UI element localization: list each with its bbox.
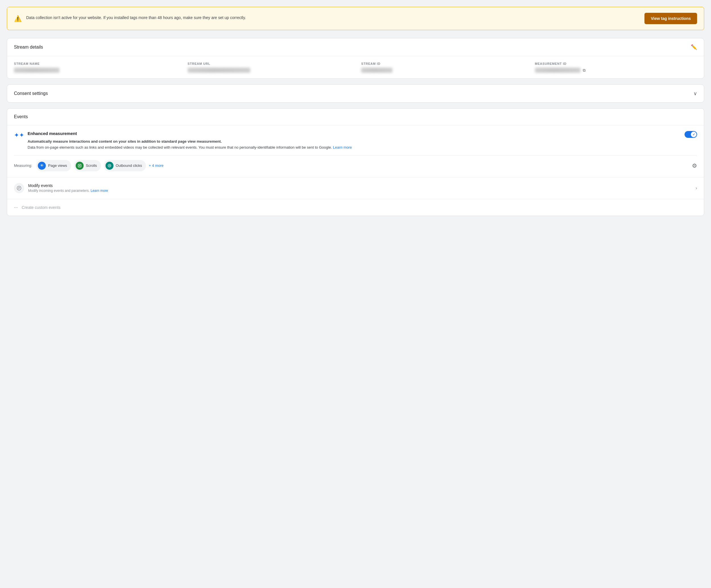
- enhanced-measurement-toggle[interactable]: ✓: [685, 131, 697, 138]
- measurement-id-row: ⧉: [535, 68, 697, 73]
- copy-icon[interactable]: ⧉: [583, 68, 586, 73]
- stream-name-value: [14, 68, 60, 73]
- measuring-row: Measuring: 👁 Page views Scrolls: [14, 160, 697, 172]
- measurement-id-label: MEASUREMENT ID: [535, 62, 697, 65]
- create-custom-text: Create custom events: [22, 205, 60, 210]
- svg-point-1: [79, 165, 80, 166]
- warning-icon: ⚠️: [14, 15, 22, 22]
- create-custom-events-row: ··· Create custom events: [7, 199, 704, 216]
- scrolls-label: Scrolls: [86, 163, 97, 168]
- modify-events-row[interactable]: Modify events Modify incoming events and…: [7, 177, 704, 199]
- edit-icon[interactable]: ✏️: [691, 44, 697, 50]
- sparkle-icon: ✦✦: [14, 132, 24, 139]
- events-title: Events: [14, 114, 28, 119]
- consent-settings-title: Consent settings: [14, 91, 48, 96]
- stream-url-field: STREAM URL: [188, 62, 350, 73]
- em-learn-more-link[interactable]: Learn more: [333, 145, 352, 150]
- gear-icon[interactable]: ⚙: [692, 162, 697, 169]
- enhanced-measurement-title: Enhanced measurement: [27, 131, 676, 136]
- modify-events-info: Modify events Modify incoming events and…: [28, 183, 108, 193]
- page-views-label: Page views: [48, 163, 67, 168]
- warning-banner: ⚠️ Data collection isn't active for your…: [7, 7, 704, 30]
- stream-details-title: Stream details: [14, 45, 43, 50]
- stream-name-field: STREAM NAME: [14, 62, 176, 73]
- warning-left: ⚠️ Data collection isn't active for your…: [14, 15, 638, 22]
- consent-settings-card: Consent settings ∨: [7, 84, 704, 103]
- events-header: Events: [7, 109, 704, 125]
- chevron-down-icon[interactable]: ∨: [693, 90, 697, 97]
- enhanced-measurement-content: Enhanced measurement Automatically measu…: [27, 131, 676, 151]
- chevron-right-icon: ›: [696, 186, 697, 191]
- warning-text: Data collection isn't active for your we…: [26, 15, 246, 21]
- measurement-id-value: [535, 68, 580, 73]
- outbound-clicks-label: Outbound clicks: [116, 163, 142, 168]
- scrolls-icon: [76, 162, 84, 169]
- stream-url-value: [188, 68, 250, 73]
- stream-name-label: STREAM NAME: [14, 62, 176, 65]
- more-events-link[interactable]: + 4 more: [149, 163, 164, 168]
- em-desc-bold: Automatically measure interactions and c…: [27, 139, 222, 143]
- stream-details-header: Stream details ✏️: [7, 38, 704, 56]
- stream-id-label: STREAM ID: [361, 62, 523, 65]
- modify-events-title: Modify events: [28, 183, 108, 188]
- enhanced-measurement-section: ✦✦ Enhanced measurement Automatically me…: [7, 125, 704, 177]
- scrolls-chip: Scrolls: [74, 160, 101, 172]
- modify-events-icon: [14, 183, 24, 193]
- stream-fields: STREAM NAME STREAM URL STREAM ID MEASURE…: [7, 56, 704, 78]
- page-views-icon: 👁: [38, 162, 46, 169]
- outbound-clicks-chip: Outbound clicks: [104, 160, 146, 172]
- stream-id-field: STREAM ID: [361, 62, 523, 73]
- stream-details-card: Stream details ✏️ STREAM NAME STREAM URL…: [7, 38, 704, 79]
- toggle-check-icon: ✓: [692, 133, 695, 136]
- modify-events-left: Modify events Modify incoming events and…: [14, 183, 108, 193]
- stream-url-label: STREAM URL: [188, 62, 350, 65]
- toggle-container[interactable]: ✓: [685, 131, 697, 138]
- enhanced-measurement-top: ✦✦ Enhanced measurement Automatically me…: [14, 131, 697, 151]
- stream-id-value: [361, 68, 392, 73]
- measurement-id-field: MEASUREMENT ID ⧉: [535, 62, 697, 73]
- measuring-label: Measuring:: [14, 163, 32, 168]
- modify-events-learn-more[interactable]: Learn more: [90, 189, 108, 193]
- events-card: Events ✦✦ Enhanced measurement Automatic…: [7, 108, 704, 216]
- modify-events-subtitle: Modify incoming events and parameters. L…: [28, 189, 108, 193]
- enhanced-measurement-description: Automatically measure interactions and c…: [27, 139, 676, 151]
- outbound-clicks-icon: [106, 162, 113, 169]
- toggle-thumb: ✓: [691, 132, 696, 137]
- em-desc-secondary: Data from on-page elements such as links…: [27, 145, 332, 150]
- view-tag-instructions-button[interactable]: View tag instructions: [644, 13, 697, 24]
- consent-settings-header[interactable]: Consent settings ∨: [7, 85, 704, 102]
- create-custom-icon: ···: [14, 205, 18, 210]
- page-views-chip: 👁 Page views: [36, 160, 71, 172]
